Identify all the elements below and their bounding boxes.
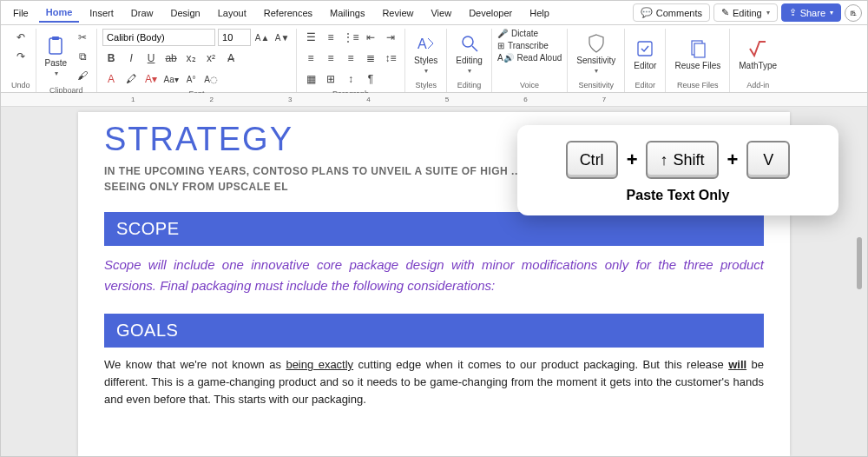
editing-group-btn-label: Editing	[456, 56, 483, 65]
bold-button[interactable]: B	[102, 50, 120, 67]
reuse-label: Reuse Files	[674, 61, 720, 70]
editor-button[interactable]: Editor	[630, 36, 660, 72]
italic-button[interactable]: I	[122, 50, 140, 67]
multilevel-button[interactable]: ⋮≡	[342, 29, 359, 46]
font-color-button[interactable]: A	[102, 70, 120, 88]
paste-button[interactable]: Paste ▾	[42, 34, 71, 79]
tab-references[interactable]: References	[257, 4, 319, 22]
scrollbar-thumb[interactable]	[857, 237, 862, 289]
tab-help[interactable]: Help	[523, 4, 556, 22]
user-avatar[interactable]: ௩	[845, 4, 862, 22]
key-ctrl: Ctrl	[566, 141, 618, 179]
borders-button[interactable]: ⊞	[322, 70, 339, 88]
tab-view[interactable]: View	[424, 4, 458, 22]
font-size-select[interactable]	[218, 29, 251, 46]
transcribe-label: Transcribe	[508, 41, 549, 50]
editor-label: Editor	[634, 61, 656, 70]
group-sensitivity-label: Sensitivity	[579, 79, 615, 92]
sensitivity-label: Sensitivity	[576, 56, 615, 65]
underline-button[interactable]: U	[142, 50, 160, 67]
group-undo-label: Undo	[11, 79, 30, 92]
up-arrow-icon: ↑	[660, 151, 667, 169]
comment-icon: 💬	[641, 7, 653, 18]
sensitivity-button[interactable]: Sensitivity ▾	[573, 31, 619, 76]
group-reuse-label: Reuse Files	[677, 79, 719, 92]
transcribe-icon: ⊞	[497, 41, 504, 50]
increase-indent-button[interactable]: ⇥	[382, 29, 399, 46]
cut-button[interactable]: ✂	[74, 29, 91, 46]
comments-button[interactable]: 💬 Comments	[633, 3, 710, 22]
align-left-button[interactable]: ≡	[302, 50, 319, 67]
svg-rect-1	[52, 36, 59, 40]
reuse-files-button[interactable]: Reuse Files	[671, 36, 724, 72]
find-icon	[459, 33, 480, 54]
show-marks-button[interactable]: ¶	[362, 70, 379, 88]
shading-button[interactable]: ▦	[302, 70, 319, 88]
undo-button[interactable]: ↶	[12, 29, 30, 46]
svg-point-3	[463, 36, 473, 47]
grow-font-button[interactable]: A▲	[253, 29, 271, 46]
tab-insert[interactable]: Insert	[82, 4, 121, 22]
group-editor-label: Editor	[635, 79, 656, 92]
editing-mode-button[interactable]: ✎ Editing ▾	[713, 3, 778, 22]
shrink-font-button[interactable]: A▼	[273, 29, 291, 46]
editing-button[interactable]: Editing ▾	[452, 31, 486, 76]
shortcut-tooltip: Ctrl + ↑ Shift + V Paste Text Only	[517, 125, 838, 215]
subscript-button[interactable]: x₂	[182, 50, 200, 67]
mathtype-button[interactable]: MathType	[735, 36, 780, 72]
line-spacing-button[interactable]: ↕≡	[382, 50, 399, 67]
ruler-mark: 6	[523, 96, 532, 103]
key-shift-label: Shift	[673, 151, 704, 169]
chevron-down-icon: ▾	[766, 9, 770, 17]
clear-format-button[interactable]: A̶	[222, 50, 240, 67]
strike-button[interactable]: ab	[162, 50, 180, 67]
share-button[interactable]: ⇪ Share ▾	[781, 3, 841, 22]
tab-design[interactable]: Design	[163, 4, 207, 22]
tab-draw[interactable]: Draw	[124, 4, 161, 22]
group-editor: Editor Editor	[625, 29, 666, 92]
font-name-select[interactable]	[102, 29, 215, 46]
decrease-indent-button[interactable]: ⇤	[362, 29, 379, 46]
tab-home[interactable]: Home	[39, 3, 80, 23]
goals-text: cutting edge when it comes to our produc…	[353, 358, 728, 371]
numbering-button[interactable]: ≡	[322, 29, 339, 46]
share-label: Share	[800, 8, 825, 18]
group-reuse: Reuse Files Reuse Files	[666, 29, 730, 92]
tab-developer[interactable]: Developer	[462, 4, 519, 22]
ruler-mark: 5	[445, 96, 454, 103]
justify-button[interactable]: ≣	[362, 50, 379, 67]
char-shading-button[interactable]: A°	[182, 70, 200, 88]
highlight-button[interactable]: 🖍	[122, 70, 140, 88]
goals-text: We know that we're not known as	[104, 358, 286, 371]
styles-button[interactable]: A Styles ▾	[411, 31, 441, 76]
svg-rect-7	[694, 43, 705, 57]
redo-button[interactable]: ↷	[12, 48, 30, 65]
tab-layout[interactable]: Layout	[211, 4, 253, 22]
horizontal-ruler[interactable]: 1 2 3 4 5 6 7	[1, 93, 867, 107]
sort-button[interactable]: ↕	[342, 70, 359, 88]
tab-review[interactable]: Review	[375, 4, 420, 22]
tab-file[interactable]: File	[6, 4, 36, 22]
bullets-button[interactable]: ☰	[302, 29, 319, 46]
goals-heading: GOALS	[104, 314, 764, 348]
goals-body: We know that we're not known as being ex…	[104, 356, 764, 408]
ruler-mark: 2	[209, 96, 218, 103]
align-right-button[interactable]: ≡	[342, 50, 359, 67]
group-paragraph: ☰ ≡ ⋮≡ ⇤ ⇥ ≡ ≡ ≡ ≣ ↕≡ ▦ ⊞ ↕ ¶	[297, 29, 405, 92]
format-painter-button[interactable]: 🖌	[74, 67, 91, 84]
read-aloud-button[interactable]: A🔊Read Aloud	[497, 53, 562, 63]
transcribe-button[interactable]: ⊞Transcribe	[497, 41, 549, 50]
svg-rect-5	[638, 42, 652, 56]
align-center-button[interactable]: ≡	[322, 50, 339, 67]
text-effects-button[interactable]: A▾	[142, 70, 160, 88]
group-sensitivity: Sensitivity ▾ Sensitivity	[568, 29, 625, 92]
superscript-button[interactable]: x²	[202, 50, 220, 67]
svg-line-4	[472, 46, 477, 51]
group-styles-label: Styles	[415, 79, 437, 92]
dictate-button[interactable]: 🎤Dictate	[497, 29, 538, 38]
char-border-button[interactable]: A◌	[202, 70, 220, 88]
change-case-button[interactable]: Aa▾	[162, 70, 180, 88]
tab-mailings[interactable]: Mailings	[323, 4, 372, 22]
group-addin: MathType Add-in	[730, 29, 786, 92]
copy-button[interactable]: ⧉	[74, 48, 91, 65]
